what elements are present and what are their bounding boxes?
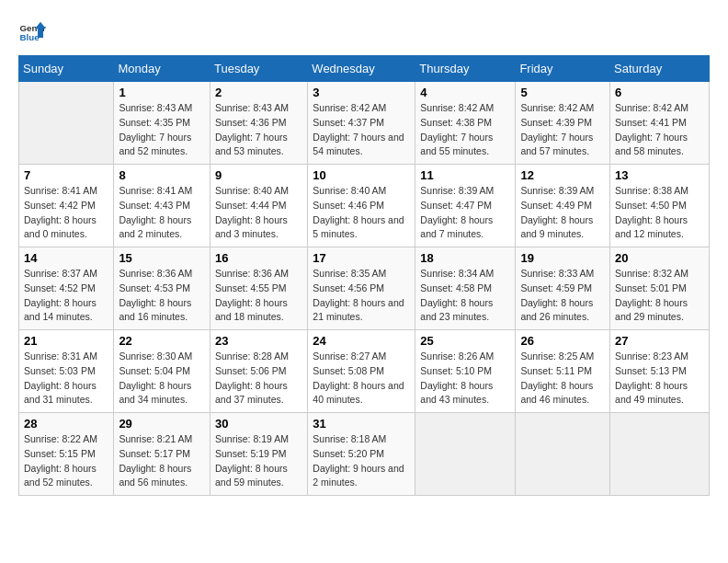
week-row: 21 Sunrise: 8:31 AMSunset: 5:03 PMDaylig… xyxy=(19,330,710,413)
day-info: Sunrise: 8:33 AMSunset: 4:59 PMDaylight:… xyxy=(520,267,605,325)
day-number: 19 xyxy=(520,251,605,265)
day-number: 2 xyxy=(215,86,302,99)
day-number: 15 xyxy=(119,251,205,265)
calendar-cell: 1 Sunrise: 8:43 AMSunset: 4:35 PMDayligh… xyxy=(114,82,210,165)
day-number: 8 xyxy=(119,168,205,182)
day-info: Sunrise: 8:43 AMSunset: 4:36 PMDaylight:… xyxy=(215,101,302,159)
day-number: 17 xyxy=(313,251,410,265)
column-header-saturday: Saturday xyxy=(610,56,710,82)
day-info: Sunrise: 8:22 AMSunset: 5:15 PMDaylight:… xyxy=(24,432,108,490)
calendar-cell: 6 Sunrise: 8:42 AMSunset: 4:41 PMDayligh… xyxy=(610,82,710,165)
column-header-monday: Monday xyxy=(114,56,210,82)
header: General Blue xyxy=(18,18,710,46)
svg-text:Blue: Blue xyxy=(20,32,40,42)
column-header-friday: Friday xyxy=(516,56,610,82)
logo: General Blue xyxy=(18,18,46,46)
day-number: 16 xyxy=(215,251,302,265)
calendar-cell: 22 Sunrise: 8:30 AMSunset: 5:04 PMDaylig… xyxy=(114,330,210,413)
day-number: 24 xyxy=(313,334,410,348)
calendar-cell: 18 Sunrise: 8:34 AMSunset: 4:58 PMDaylig… xyxy=(415,247,516,330)
calendar-cell: 9 Sunrise: 8:40 AMSunset: 4:44 PMDayligh… xyxy=(210,165,307,247)
calendar-cell: 13 Sunrise: 8:38 AMSunset: 4:50 PMDaylig… xyxy=(610,165,710,247)
day-info: Sunrise: 8:28 AMSunset: 5:06 PMDaylight:… xyxy=(215,350,302,408)
calendar-cell: 27 Sunrise: 8:23 AMSunset: 5:13 PMDaylig… xyxy=(610,330,710,413)
day-number: 18 xyxy=(420,251,510,265)
calendar-cell xyxy=(415,413,516,496)
day-info: Sunrise: 8:25 AMSunset: 5:11 PMDaylight:… xyxy=(520,350,605,408)
header-row: SundayMondayTuesdayWednesdayThursdayFrid… xyxy=(19,56,710,82)
day-info: Sunrise: 8:42 AMSunset: 4:37 PMDaylight:… xyxy=(313,101,410,159)
day-info: Sunrise: 8:34 AMSunset: 4:58 PMDaylight:… xyxy=(420,267,510,325)
day-info: Sunrise: 8:32 AMSunset: 5:01 PMDaylight:… xyxy=(615,267,704,325)
day-info: Sunrise: 8:40 AMSunset: 4:44 PMDaylight:… xyxy=(215,184,302,242)
day-info: Sunrise: 8:40 AMSunset: 4:46 PMDaylight:… xyxy=(313,184,410,242)
day-info: Sunrise: 8:36 AMSunset: 4:55 PMDaylight:… xyxy=(215,267,302,325)
calendar-cell: 31 Sunrise: 8:18 AMSunset: 5:20 PMDaylig… xyxy=(308,413,415,496)
day-number: 22 xyxy=(119,334,205,348)
day-info: Sunrise: 8:18 AMSunset: 5:20 PMDaylight:… xyxy=(313,432,410,490)
calendar-cell: 17 Sunrise: 8:35 AMSunset: 4:56 PMDaylig… xyxy=(308,247,415,330)
calendar-cell: 29 Sunrise: 8:21 AMSunset: 5:17 PMDaylig… xyxy=(114,413,210,496)
logo-icon: General Blue xyxy=(18,18,46,46)
calendar-cell: 16 Sunrise: 8:36 AMSunset: 4:55 PMDaylig… xyxy=(210,247,307,330)
calendar-cell: 5 Sunrise: 8:42 AMSunset: 4:39 PMDayligh… xyxy=(516,82,610,165)
day-number: 7 xyxy=(24,168,108,182)
day-info: Sunrise: 8:37 AMSunset: 4:52 PMDaylight:… xyxy=(24,267,108,325)
day-number: 9 xyxy=(215,168,302,182)
calendar-cell: 15 Sunrise: 8:36 AMSunset: 4:53 PMDaylig… xyxy=(114,247,210,330)
day-number: 10 xyxy=(313,168,410,182)
day-number: 28 xyxy=(24,417,108,431)
calendar-cell: 2 Sunrise: 8:43 AMSunset: 4:36 PMDayligh… xyxy=(210,82,307,165)
day-number: 5 xyxy=(520,86,605,99)
day-number: 14 xyxy=(24,251,108,265)
day-number: 11 xyxy=(420,168,510,182)
week-row: 1 Sunrise: 8:43 AMSunset: 4:35 PMDayligh… xyxy=(19,82,710,165)
week-row: 7 Sunrise: 8:41 AMSunset: 4:42 PMDayligh… xyxy=(19,165,710,247)
calendar-cell: 25 Sunrise: 8:26 AMSunset: 5:10 PMDaylig… xyxy=(415,330,516,413)
calendar-cell: 26 Sunrise: 8:25 AMSunset: 5:11 PMDaylig… xyxy=(516,330,610,413)
day-number: 1 xyxy=(119,86,205,99)
day-info: Sunrise: 8:39 AMSunset: 4:49 PMDaylight:… xyxy=(520,184,605,242)
day-number: 23 xyxy=(215,334,302,348)
day-info: Sunrise: 8:19 AMSunset: 5:19 PMDaylight:… xyxy=(215,432,302,490)
calendar-cell: 7 Sunrise: 8:41 AMSunset: 4:42 PMDayligh… xyxy=(19,165,114,247)
day-info: Sunrise: 8:30 AMSunset: 5:04 PMDaylight:… xyxy=(119,350,205,408)
day-number: 12 xyxy=(520,168,605,182)
day-number: 20 xyxy=(615,251,704,265)
day-info: Sunrise: 8:36 AMSunset: 4:53 PMDaylight:… xyxy=(119,267,205,325)
calendar-cell: 30 Sunrise: 8:19 AMSunset: 5:19 PMDaylig… xyxy=(210,413,307,496)
week-row: 14 Sunrise: 8:37 AMSunset: 4:52 PMDaylig… xyxy=(19,247,710,330)
calendar-cell: 20 Sunrise: 8:32 AMSunset: 5:01 PMDaylig… xyxy=(610,247,710,330)
calendar-cell: 8 Sunrise: 8:41 AMSunset: 4:43 PMDayligh… xyxy=(114,165,210,247)
day-number: 27 xyxy=(615,334,704,348)
calendar-cell: 11 Sunrise: 8:39 AMSunset: 4:47 PMDaylig… xyxy=(415,165,516,247)
day-info: Sunrise: 8:43 AMSunset: 4:35 PMDaylight:… xyxy=(119,101,205,159)
column-header-thursday: Thursday xyxy=(415,56,516,82)
day-number: 4 xyxy=(420,86,510,99)
calendar-cell: 4 Sunrise: 8:42 AMSunset: 4:38 PMDayligh… xyxy=(415,82,516,165)
calendar-cell: 28 Sunrise: 8:22 AMSunset: 5:15 PMDaylig… xyxy=(19,413,114,496)
day-info: Sunrise: 8:21 AMSunset: 5:17 PMDaylight:… xyxy=(119,432,205,490)
calendar-cell: 12 Sunrise: 8:39 AMSunset: 4:49 PMDaylig… xyxy=(516,165,610,247)
day-info: Sunrise: 8:38 AMSunset: 4:50 PMDaylight:… xyxy=(615,184,704,242)
week-row: 28 Sunrise: 8:22 AMSunset: 5:15 PMDaylig… xyxy=(19,413,710,496)
calendar-table: SundayMondayTuesdayWednesdayThursdayFrid… xyxy=(18,55,710,496)
day-info: Sunrise: 8:42 AMSunset: 4:39 PMDaylight:… xyxy=(520,101,605,159)
column-header-sunday: Sunday xyxy=(19,56,114,82)
day-info: Sunrise: 8:31 AMSunset: 5:03 PMDaylight:… xyxy=(24,350,108,408)
column-header-wednesday: Wednesday xyxy=(308,56,415,82)
calendar-cell: 14 Sunrise: 8:37 AMSunset: 4:52 PMDaylig… xyxy=(19,247,114,330)
day-number: 29 xyxy=(119,417,205,431)
calendar-cell: 24 Sunrise: 8:27 AMSunset: 5:08 PMDaylig… xyxy=(308,330,415,413)
day-info: Sunrise: 8:42 AMSunset: 4:38 PMDaylight:… xyxy=(420,101,510,159)
day-info: Sunrise: 8:27 AMSunset: 5:08 PMDaylight:… xyxy=(313,350,410,408)
column-header-tuesday: Tuesday xyxy=(210,56,307,82)
day-info: Sunrise: 8:41 AMSunset: 4:42 PMDaylight:… xyxy=(24,184,108,242)
day-number: 25 xyxy=(420,334,510,348)
calendar-cell: 23 Sunrise: 8:28 AMSunset: 5:06 PMDaylig… xyxy=(210,330,307,413)
calendar-cell: 21 Sunrise: 8:31 AMSunset: 5:03 PMDaylig… xyxy=(19,330,114,413)
day-number: 21 xyxy=(24,334,108,348)
day-number: 6 xyxy=(615,86,704,99)
calendar-cell xyxy=(610,413,710,496)
day-info: Sunrise: 8:26 AMSunset: 5:10 PMDaylight:… xyxy=(420,350,510,408)
